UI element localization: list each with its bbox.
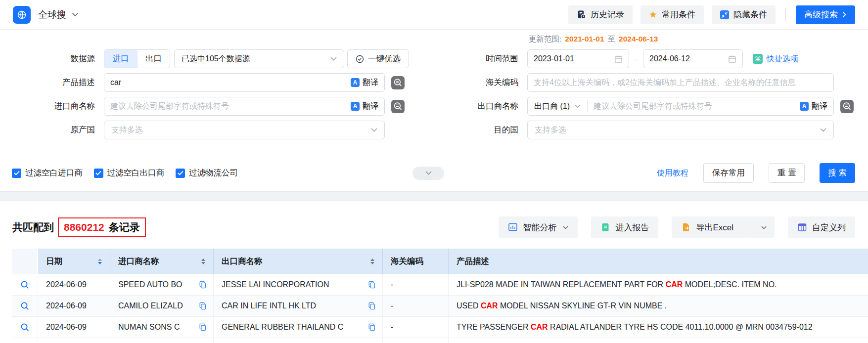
match-count-suffix: 条记录 [109, 220, 140, 234]
calendar-icon [614, 55, 623, 63]
import-tab[interactable]: 进口 [104, 50, 137, 68]
hide-conditions-label: 隐藏条件 [733, 9, 767, 20]
sort-importer-control[interactable] [201, 258, 205, 264]
topbar-divider [785, 8, 786, 21]
cell-exporter: JESSE LAI INCORPORATION [222, 280, 329, 289]
chevron-down-icon [820, 128, 826, 132]
report-icon [600, 222, 610, 232]
table-row: 2024-06-09 CAMILO ELIZALD CAR IN LIFE IN… [12, 296, 868, 317]
product-desc-fieldbox: A 翻译 [104, 73, 385, 92]
cell-product-desc: TYRE PASSENGER CAR RADIAL ATLANDER TYRE … [457, 323, 813, 332]
header-detail-column [12, 249, 38, 274]
filter-logistics-checkbox[interactable]: 过滤物流公司 [176, 168, 238, 178]
row-data-source: 数据源 进口 出口 已选中105个数据源 [0, 49, 868, 68]
view-detail-button[interactable] [20, 301, 30, 311]
export-tab[interactable]: 出口 [137, 50, 170, 68]
cell-product-desc: USED CAR MODEL NISSAN SKYLINE GT-R VIN N… [457, 301, 667, 310]
copy-icon[interactable] [368, 281, 376, 289]
row-importer-exporter: 进口商名称 A 翻译 出口商名称 [0, 97, 868, 116]
header-product-desc: 产品描述 [449, 249, 868, 274]
save-favorite-button[interactable]: 保存常用 [703, 163, 754, 183]
export-options-button[interactable] [753, 216, 775, 238]
topbar-actions: 历史记录 ★ 常用条件 隐藏条件 高级搜索 [568, 5, 855, 24]
filter-blank-importer-checkbox[interactable]: 过滤空白进口商 [12, 168, 83, 178]
view-detail-button[interactable] [20, 280, 30, 290]
dest-country-label: 目的国 [414, 125, 527, 135]
header-importer-label: 进口商名称 [118, 256, 159, 267]
update-range-to: 至 [608, 34, 616, 44]
one-click-optimize-button[interactable]: 一键优选 [347, 49, 409, 68]
match-count-prefix: 共匹配到 [12, 220, 54, 234]
export-excel-main[interactable]: 导出Excel [672, 216, 743, 238]
favorites-button[interactable]: ★ 常用条件 [640, 5, 704, 24]
hs-code-input[interactable] [534, 74, 827, 91]
exporter-type-select[interactable]: 出口商 (1) [528, 97, 587, 115]
row-countries: 原产国 支持多选 目的国 支持多选 [0, 121, 868, 139]
exact-match-icon[interactable] [391, 100, 405, 113]
translate-button[interactable]: A 翻译 [351, 101, 378, 112]
chevron-down-icon [330, 57, 337, 61]
star-icon: ★ [649, 10, 657, 19]
favorites-label: 常用条件 [662, 9, 695, 20]
origin-country-select[interactable]: 支持多选 [104, 121, 385, 139]
button-divider [748, 216, 748, 238]
section-divider [0, 191, 868, 201]
start-date-value: 2023-01-01 [534, 54, 574, 63]
exporter-fieldbox: 出口商 (1) A 翻译 [527, 97, 834, 116]
translate-label: 翻译 [812, 101, 827, 112]
translate-button[interactable]: A 翻译 [800, 101, 827, 112]
enter-report-button[interactable]: 进入报告 [591, 216, 658, 238]
search-button[interactable]: 搜 索 [820, 163, 855, 183]
copy-icon[interactable] [199, 302, 207, 310]
form-actions: 使用教程 保存常用 重 置 搜 索 [657, 163, 855, 183]
sort-desc-icon [201, 262, 205, 264]
export-excel-button: 导出Excel [672, 216, 775, 238]
calendar-icon [728, 55, 736, 63]
smart-analysis-button[interactable]: 智能分析 [499, 216, 578, 238]
start-date-field[interactable]: 2023-01-01 [527, 49, 629, 68]
tutorial-link[interactable]: 使用教程 [657, 168, 688, 178]
sort-exporter-control[interactable] [370, 258, 374, 264]
dest-country-select[interactable]: 支持多选 [527, 121, 834, 139]
hide-conditions-button[interactable]: 隐藏条件 [712, 5, 776, 24]
exporter-input[interactable] [594, 102, 800, 111]
advanced-search-button[interactable]: 高级搜索 [796, 5, 855, 24]
importer-input[interactable] [110, 97, 351, 115]
end-date-field[interactable]: 2024-06-12 [643, 49, 743, 68]
bi-chart-icon [508, 222, 518, 232]
product-desc-input[interactable] [110, 74, 351, 91]
app-logo[interactable] [13, 6, 31, 24]
translate-button[interactable]: A 翻译 [351, 78, 378, 88]
copy-icon[interactable] [199, 323, 207, 331]
dest-country-placeholder: 支持多选 [535, 125, 566, 135]
exact-match-icon[interactable] [391, 76, 405, 89]
circle-check-icon [356, 55, 364, 63]
exact-match-icon[interactable] [840, 100, 854, 113]
importer-name-label: 进口商名称 [0, 101, 104, 112]
columns-icon [797, 222, 807, 232]
header-hs-code: 海关编码 [383, 249, 449, 274]
hs-code-fieldbox [527, 73, 834, 92]
cell-date: 2024-06-09 [46, 280, 87, 289]
quick-options-link[interactable]: ⌘ 快捷选项 [753, 54, 798, 64]
advanced-search-label: 高级搜索 [804, 9, 838, 20]
view-detail-button[interactable] [20, 322, 30, 332]
chevron-down-icon [575, 104, 581, 108]
sort-date-control[interactable] [98, 258, 102, 264]
reset-button[interactable]: 重 置 [769, 163, 805, 183]
app-switch-chevron-down-icon[interactable] [72, 12, 79, 17]
history-icon [577, 10, 586, 19]
app-name: 全球搜 [38, 8, 66, 21]
custom-columns-button[interactable]: 自定义列 [788, 216, 855, 238]
copy-icon[interactable] [368, 302, 376, 310]
translate-label: 翻译 [363, 101, 378, 112]
collapse-form-button[interactable] [412, 167, 444, 180]
copy-icon[interactable] [368, 323, 376, 331]
history-button[interactable]: 历史记录 [568, 5, 633, 24]
checkbox-checked-icon [12, 169, 21, 178]
copy-icon[interactable] [199, 281, 207, 289]
update-range-label: 更新范围: [529, 34, 561, 44]
filter-blank-exporter-checkbox[interactable]: 过滤空白出口商 [94, 168, 165, 178]
translate-icon: A [800, 102, 809, 111]
data-source-select[interactable]: 已选中105个数据源 [174, 49, 344, 68]
